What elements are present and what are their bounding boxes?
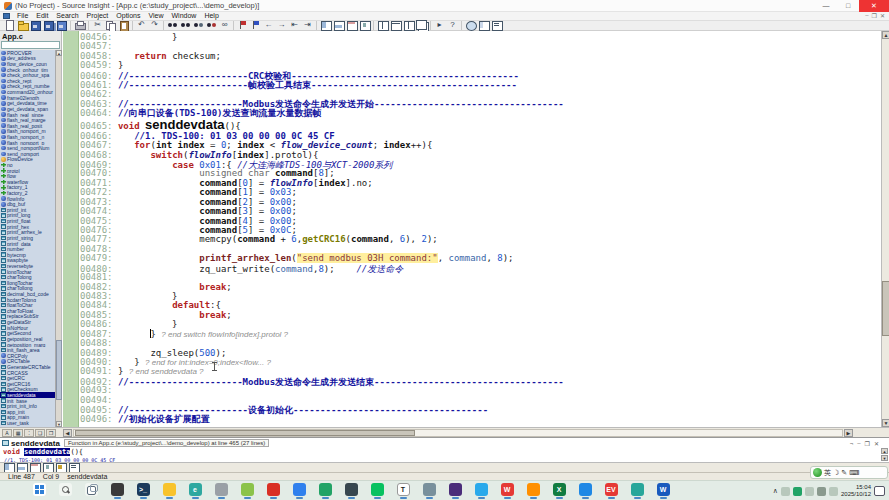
toolbar-run-icon[interactable]: ▸ xyxy=(434,20,445,30)
code-line[interactable]: 00490: } ? end for int:index=0;index<flo… xyxy=(80,357,881,366)
maximize-button[interactable]: □ xyxy=(837,0,859,12)
context-window-controls[interactable]: ¬–❐✕ xyxy=(850,440,889,447)
mdi-window-controls[interactable]: –❐✕ xyxy=(865,12,889,19)
code-line[interactable]: 00463: //---------------------Modbus发送命令… xyxy=(80,98,881,107)
taskbar-app-word[interactable]: W xyxy=(650,483,676,499)
toolbar-link-icon[interactable]: ∞ xyxy=(219,20,230,30)
scroll-thumb[interactable] xyxy=(75,430,415,436)
toolbar-new-icon[interactable] xyxy=(4,20,15,30)
toolbar-save-copy-icon[interactable] xyxy=(56,20,67,30)
taskbar-clock[interactable]: 15:04 2025/10/12 xyxy=(841,484,871,498)
ctx-restore-icon[interactable]: ❐ xyxy=(865,440,870,447)
ime-mode-toggle[interactable]: 英 xyxy=(824,468,831,478)
toolbar-relation-icon[interactable] xyxy=(346,20,357,30)
code-line[interactable]: 00477: memcpy(command + 6,getCRC16(comma… xyxy=(80,234,881,243)
code-line[interactable]: 00465: void senddevdata(){ xyxy=(80,117,881,131)
typora-icon[interactable]: T xyxy=(397,483,410,496)
toolbar-go-forward-icon[interactable]: → xyxy=(276,20,287,30)
wechat-icon[interactable] xyxy=(371,483,384,496)
toolbar-copy-icon[interactable] xyxy=(105,20,116,30)
toolbar-dedent-icon[interactable]: ⇤ xyxy=(289,20,300,30)
taskbar-app-app-red[interactable] xyxy=(260,483,286,499)
toolbar-help-icon[interactable]: ? xyxy=(447,20,458,30)
mdi-minimize-icon[interactable]: – xyxy=(865,12,868,19)
toolbar-panel-icon[interactable] xyxy=(478,20,489,30)
code-line[interactable]: 00484: default:{ xyxy=(80,300,881,309)
files-icon[interactable] xyxy=(111,483,124,496)
scroll-down-icon[interactable]: ▼ xyxy=(882,419,889,427)
scroll-down-icon[interactable]: ▼ xyxy=(881,455,888,461)
toolbar-eye-icon[interactable] xyxy=(465,20,476,30)
toolbar-flag-blue-icon[interactable] xyxy=(250,20,261,30)
wps-icon[interactable]: W xyxy=(501,483,514,496)
menu-options[interactable]: Options xyxy=(112,12,144,19)
scroll-thumb[interactable] xyxy=(882,281,889,336)
excel-icon[interactable]: X xyxy=(553,483,566,496)
toolbar-print-icon[interactable] xyxy=(74,20,85,30)
search-button[interactable] xyxy=(52,483,78,499)
symbol-list-scrollbar[interactable]: ▲ ▼ xyxy=(55,50,61,427)
calculator-icon[interactable] xyxy=(345,483,358,496)
code-line[interactable]: 00459: } xyxy=(80,60,881,69)
office-icon[interactable] xyxy=(527,483,540,496)
context-code-preview[interactable]: void senddevdata(){ xyxy=(0,448,889,457)
symbol-panel-button-0[interactable]: A xyxy=(2,429,12,437)
menu-help[interactable]: Help xyxy=(200,12,222,19)
scroll-up-icon[interactable]: ▲ xyxy=(881,448,888,454)
toolbar-tile-two-icon[interactable] xyxy=(377,20,388,30)
browser-gray-icon[interactable] xyxy=(215,483,228,496)
code-line[interactable]: 00479: printf_arrhex_len("send modbus 03… xyxy=(80,253,881,262)
code-line[interactable]: 00472: command[1] = 0x03; xyxy=(80,187,881,196)
taskbar-app-ev-recorder[interactable]: EV xyxy=(598,483,624,499)
notification-center-icon[interactable] xyxy=(874,486,885,496)
tray-app-icon[interactable] xyxy=(793,487,802,496)
app-blue-icon[interactable] xyxy=(579,483,592,496)
toolbar-save-icon[interactable] xyxy=(30,20,41,30)
code-line[interactable]: 00469: case 0x01:{ //大连海峰TDS-100与XCT-200… xyxy=(80,159,881,168)
tray-overflow-chevron-icon[interactable]: ∧ xyxy=(773,487,778,495)
minimize-button[interactable]: — xyxy=(815,0,837,12)
menu-view[interactable]: View xyxy=(144,12,167,19)
search-icon[interactable] xyxy=(59,483,72,496)
windows-start-icon[interactable] xyxy=(33,483,46,496)
photos-icon[interactable] xyxy=(241,483,254,496)
scroll-up-icon[interactable]: ▲ xyxy=(56,50,62,56)
taskbar-app-telegram[interactable] xyxy=(468,483,494,499)
ime-language-bar[interactable]: 英 ☽✎⌨ xyxy=(810,466,888,479)
taskbar-app-photos[interactable] xyxy=(234,483,260,499)
code-line[interactable]: 00467: for(int index = 0; index < flow_d… xyxy=(80,140,881,149)
code-line[interactable]: 00460: //----------------------CRC校验和---… xyxy=(80,70,881,79)
ime-extra-icon-0[interactable]: ☽ xyxy=(833,469,839,477)
scroll-right-icon[interactable]: ▶ xyxy=(844,429,853,437)
menu-search[interactable]: Search xyxy=(52,12,82,19)
code-line[interactable]: 00466: //1. TDS-100: 01 03 00 00 00 0C 4… xyxy=(80,131,881,140)
symbol-filter-input[interactable] xyxy=(1,41,60,49)
toolbar-go-back-icon[interactable]: ← xyxy=(263,20,274,30)
toolbar-find-range-icon[interactable] xyxy=(193,20,204,30)
taskbar-app-office[interactable] xyxy=(520,483,546,499)
toolbar-paste-icon[interactable] xyxy=(118,20,129,30)
ev-recorder-icon[interactable]: EV xyxy=(605,483,618,496)
taskbar-app-files[interactable] xyxy=(104,483,130,499)
menu-project[interactable]: Project xyxy=(83,12,113,19)
tray-sync-icon[interactable] xyxy=(829,487,838,496)
toolbar-tile-four-icon[interactable] xyxy=(403,20,414,30)
code-line[interactable]: 00456: } xyxy=(80,32,881,41)
task-view-button[interactable] xyxy=(78,483,104,499)
scroll-up-icon[interactable]: ▲ xyxy=(882,31,889,39)
menu-edit[interactable]: Edit xyxy=(32,12,52,19)
edge-icon[interactable]: e xyxy=(189,483,202,496)
toolbar-props-icon[interactable] xyxy=(491,20,502,30)
symbol-panel-button-3[interactable]: ❏ xyxy=(35,429,45,437)
ctx-close-icon[interactable]: ✕ xyxy=(874,440,879,447)
chat-green-icon[interactable] xyxy=(631,483,644,496)
code-line[interactable]: 00461: //----------------------帧校验工具结束--… xyxy=(80,79,881,88)
app-red-icon[interactable] xyxy=(267,483,280,496)
taskbar-app-app-green[interactable] xyxy=(312,483,338,499)
toolbar-tile-one-icon[interactable] xyxy=(390,20,401,30)
code-line[interactable]: 00480: zq_uart_write(command,8); //发送命令 xyxy=(80,263,881,272)
code-line[interactable]: 00474: command[3] = 0x00; xyxy=(80,206,881,215)
code-line[interactable]: 00475: command[4] = 0x00; xyxy=(80,216,881,225)
start-button[interactable] xyxy=(26,483,52,499)
menu-window[interactable]: Window xyxy=(168,12,201,19)
